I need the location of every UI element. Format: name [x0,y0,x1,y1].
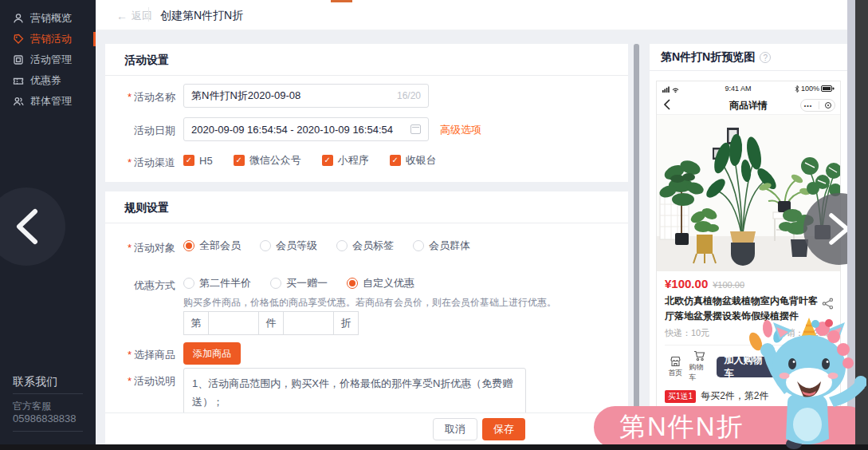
calendar-icon [410,124,421,134]
section-title: 规则设置 [124,201,169,215]
checkbox-miniprogram[interactable]: ✓小程序 [322,153,369,168]
phone-status-bar: 9:41 AM 100% [657,81,840,96]
cart-icon [693,350,705,361]
checkbox-wechat[interactable]: ✓微信公众号 [234,153,301,168]
tag-icon [13,34,24,45]
activity-name-input[interactable]: 第N件打N折2020-09-08 16/20 [183,84,429,108]
close-target-icon [825,102,831,109]
select-product-label: *选择商品 [105,348,175,362]
radio-buy-one-get-one[interactable]: 买一赠一 [270,276,328,290]
sidebar-item-label: 营销活动 [30,32,72,46]
sidebar-item-overview[interactable]: 营销概览 [0,8,96,29]
channel-checkbox-group: ✓H5 ✓微信公众号 ✓小程序 ✓收银台 [183,153,458,168]
target-radio-group: 全部会员 会员等级 会员标签 会员群体 [183,239,489,253]
radio-all-members[interactable]: 全部会员 [183,239,241,253]
back-button[interactable]: ← 返回 [116,9,152,23]
sidebar-item-groups[interactable]: 群体管理 [0,91,96,112]
activity-desc-textarea[interactable]: 1、活动商品范围内，购买X件，价格最低的那件享受N折优惠（免费赠送）； 2、此优… [183,368,526,412]
unit-mid: 件 [258,311,284,335]
radio-icon [270,278,281,289]
radio-member-level[interactable]: 会员等级 [260,239,317,253]
activity-name-label: *活动名称 [105,90,175,105]
advanced-options-link[interactable]: 高级选项 [440,123,481,137]
user-icon [13,13,24,24]
activity-date-input[interactable]: 2020-09-09 16:54:54 - 2020-10-09 16:54:5… [183,117,429,141]
sidebar-item-campaigns[interactable]: 营销活动 [0,29,96,49]
radio-second-half-price[interactable]: 第二件半价 [183,276,251,290]
sidebar-item-activity-mgmt[interactable]: 活动管理 [0,49,96,70]
sidebar-item-label: 营销概览 [30,11,72,26]
status-battery-pct: 100% [801,85,819,93]
checkbox-checked-icon: ✓ [390,155,401,166]
cancel-button[interactable]: 取消 [433,418,477,440]
divider [148,7,149,22]
checkbox-checked-icon: ✓ [322,155,333,166]
chevron-left-icon [13,208,40,245]
help-icon[interactable]: ? [760,52,771,63]
activity-settings-card: 活动设置 *活动名称 第N件打N折2020-09-08 16/20 活动日期 2… [105,44,628,182]
radio-member-tag[interactable]: 会员标签 [336,239,394,253]
char-counter: 16/20 [397,90,421,101]
back-arrow-icon: ← [116,10,128,22]
form-scrollbar[interactable] [634,44,639,444]
section-header: 活动设置 [105,44,628,76]
users-icon [13,96,24,107]
signal-wifi-icon [662,85,681,93]
tab-cart: 购物车 [689,350,709,383]
price-row: ¥100.00 ¥100.00 [665,277,832,290]
radio-icon [336,240,348,251]
form-footer: 取消 保存 [105,412,628,444]
status-time: 9:41 AM [681,85,795,93]
sidebar-item-label: 群体管理 [30,94,72,109]
original-price: ¥100.00 [713,280,744,290]
preview-header: 第N件打N折预览图 ? [650,44,847,71]
discount-method-label: 优惠方式 [105,278,175,293]
sidebar-item-coupons[interactable]: 优惠券 [0,70,96,91]
screen: 营销概览 营销活动 活动管理 优惠券 群体管理 联系我们 官方客服 059868… [0,0,868,450]
activity-date-value: 2020-09-09 16:54:54 - 2020-10-09 16:54:5… [191,124,393,136]
desc-line: 1、活动商品范围内，购买X件，价格最低的那件享受N折优惠（免费赠送）； [192,375,517,412]
contact-title: 联系我们 [13,375,57,389]
preview-title: 第N件打N折预览图 [661,50,755,65]
top-accent-marker [331,0,352,2]
discount-hint: 购买多件商品，价格低的商品享受优惠。若商品有会员价，则在会员价基础上进行优惠。 [183,296,556,310]
top-bar: ← 返回 创建第N件打N折 [96,0,847,30]
radio-icon [183,278,194,289]
radio-member-group[interactable]: 会员群体 [413,239,470,253]
back-label: 返回 [132,9,152,23]
activity-channel-label: *活动渠道 [105,156,175,170]
checkbox-cashier[interactable]: ✓收银台 [390,153,437,168]
sidebar-item-label: 优惠券 [30,73,61,88]
required-mark: * [128,375,132,387]
sidebar-item-label: 活动管理 [30,53,72,67]
activity-date-label: 活动日期 [105,124,175,138]
add-product-button[interactable]: 添加商品 [183,342,241,365]
checkbox-h5[interactable]: ✓H5 [183,155,213,167]
activity-desc-label: *活动说明 [105,374,175,389]
rule-settings-card: 规则设置 *活动对象 全部会员 会员等级 会员标签 会员群体 优惠方式 第二件半… [105,191,628,412]
unit-count-input[interactable] [208,311,259,335]
discount-radio-group: 第二件半价 买一赠一 自定义优惠 [183,276,434,290]
radio-custom-discount[interactable]: 自定义优惠 [347,276,414,290]
divider [13,393,83,394]
page-title: 创建第N件打N折 [160,9,243,23]
share-icon [822,298,834,310]
promo-badge: 买1送1 [665,390,696,403]
phone-nav-bar: 商品详情 ••• [657,96,840,115]
radio-selected-icon [183,240,194,251]
radio-icon [413,240,424,251]
radio-icon [260,240,271,251]
bluetooth-icon [795,85,799,93]
promo-banner-text: 第N件N折 [619,409,744,445]
contact-phone: 05986838838 [13,412,77,424]
menu-dots-icon: ••• [804,103,812,109]
radio-selected-icon [347,278,358,289]
required-mark: * [128,242,132,254]
unit-suffix: 折 [333,311,359,335]
ticket-icon [13,75,24,86]
section-title: 活动设置 [124,53,169,68]
checkbox-checked-icon: ✓ [234,155,245,166]
unit-discount-input[interactable] [283,311,334,335]
contact-service-label: 官方客服 [13,400,51,413]
save-button[interactable]: 保存 [482,418,525,440]
